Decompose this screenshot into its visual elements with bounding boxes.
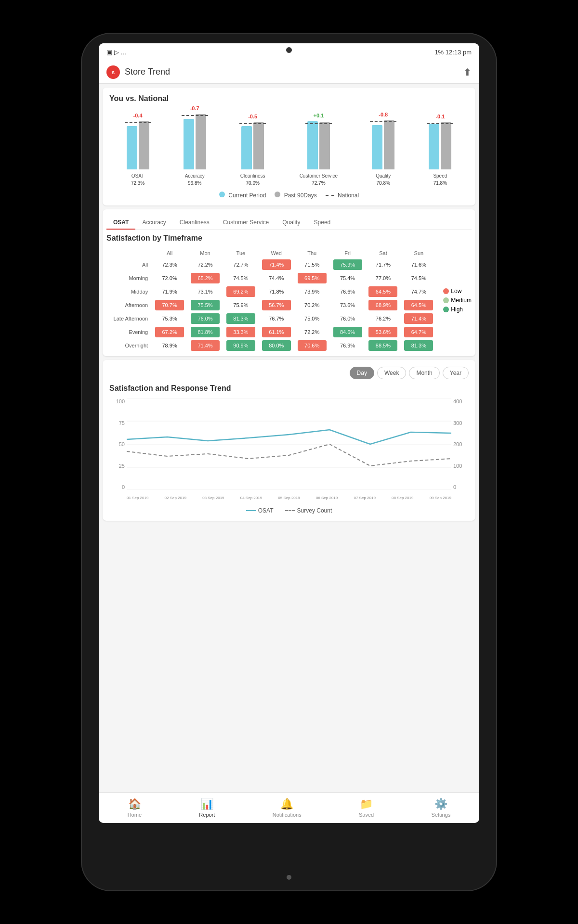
- y-left-label: 25: [119, 463, 125, 469]
- osat-legend-item: OSAT: [246, 507, 274, 514]
- y-right-label: 400: [453, 398, 462, 404]
- nav-item-notifications[interactable]: 🔔Notifications: [273, 798, 302, 818]
- bar-group-accuracy: -0.7Accuracy96.8%: [184, 105, 206, 186]
- heatmap-cell: 70.2%: [294, 298, 330, 312]
- heatmap-cell: 81.8%: [187, 325, 223, 339]
- heatmap-cell: 67.2%: [152, 325, 187, 339]
- gray-bar: [196, 114, 206, 169]
- bottom-nav[interactable]: 🏠Home📊Report🔔Notifications📁Saved⚙️Settin…: [99, 792, 479, 823]
- nav-label-report: Report: [199, 812, 215, 818]
- tab-osat[interactable]: OSAT: [106, 216, 135, 230]
- heatmap-cell: 73.9%: [294, 285, 330, 298]
- tab-speed[interactable]: Speed: [307, 216, 338, 230]
- heatmap-cell: 75.0%: [294, 312, 330, 325]
- nav-item-settings[interactable]: ⚙️Settings: [432, 798, 451, 818]
- blue-bar: [429, 124, 439, 169]
- category-tabs[interactable]: OSATAccuracyCleanlinessCustomer ServiceQ…: [106, 216, 472, 230]
- legend-low: Low: [443, 288, 472, 295]
- camera: [286, 47, 292, 53]
- heatmap-cell: 74.5%: [223, 271, 259, 285]
- status-left-icons: ▣ ▷ …: [106, 49, 127, 56]
- gray-bar: [441, 122, 451, 169]
- heatmap-cell: 61.1%: [259, 325, 294, 339]
- heatmap-cell: 64.7%: [401, 325, 436, 339]
- home-dot[interactable]: [287, 875, 291, 880]
- heatmap-row-label: Evening: [106, 325, 152, 339]
- heatmap-cell: 64.5%: [366, 285, 401, 298]
- time-toggle-group[interactable]: DayWeekMonthYear: [109, 367, 469, 379]
- x-axis-labels: 01 Sep 201902 Sep 201903 Sep 201904 Sep …: [127, 491, 451, 504]
- heatmap-cell: 53.6%: [366, 325, 401, 339]
- heatmap-cell: 76.6%: [330, 285, 366, 298]
- y-left-label: 100: [116, 398, 125, 404]
- tab-accuracy[interactable]: Accuracy: [135, 216, 172, 230]
- heatmap-cell: 71.7%: [366, 258, 401, 271]
- blue-bar: [372, 125, 382, 169]
- heatmap-row: All72.3%72.2%72.7%71.4%71.5%75.9%71.7%71…: [106, 258, 436, 271]
- nav-item-home[interactable]: 🏠Home: [128, 798, 142, 818]
- tab-customer-service[interactable]: Customer Service: [216, 216, 276, 230]
- bar-group-osat: -0.4OSAT72.3%: [127, 113, 149, 186]
- osat-line-icon: [246, 510, 256, 511]
- legend-past-90days: Past 90Days: [275, 192, 316, 199]
- legend-national: National: [326, 192, 359, 199]
- national-line: [182, 115, 208, 116]
- heatmap-cell: 76.0%: [330, 312, 366, 325]
- satisfaction-timeframe-title: Satisfaction by Timeframe: [106, 234, 472, 243]
- y-axis-left: 1007550250: [109, 398, 127, 490]
- y-left-label: 0: [122, 484, 125, 490]
- svg-text:S: S: [112, 70, 115, 75]
- nav-label-saved: Saved: [359, 812, 374, 818]
- heatmap-cell: 72.0%: [152, 271, 187, 285]
- time-toggle-day[interactable]: Day: [350, 367, 374, 379]
- bar-name-label: Accuracy: [185, 173, 205, 179]
- bar-diff-label: -0.5: [248, 114, 257, 119]
- scroll-content[interactable]: You vs. National -0.4OSAT72.3%-0.7Accura…: [99, 84, 479, 792]
- high-label: High: [451, 306, 463, 313]
- bar-value-label: 96.8%: [188, 180, 201, 186]
- trend-chart: 1007550250 4003002001000: [109, 398, 469, 504]
- heatmap-cell: 75.3%: [152, 312, 187, 325]
- time-toggle-month[interactable]: Month: [409, 367, 439, 379]
- gray-bar: [139, 121, 149, 169]
- time-toggle-year[interactable]: Year: [443, 367, 469, 379]
- heatmap-cell: 69.2%: [223, 285, 259, 298]
- time-toggle-week[interactable]: Week: [377, 367, 406, 379]
- screen: ▣ ▷ … 1% 12:13 pm S Store Trend ⬆ You vs…: [99, 43, 479, 823]
- heatmap-col-header: All: [152, 248, 187, 258]
- medium-label: Medium: [451, 297, 472, 304]
- tab-cleanliness[interactable]: Cleanliness: [173, 216, 216, 230]
- x-label: 07 Sep 2019: [354, 496, 375, 500]
- heatmap-cell: 69.5%: [294, 271, 330, 285]
- trend-card: DayWeekMonthYear Satisfaction and Respon…: [103, 360, 475, 521]
- heatmap-cell: 71.4%: [187, 339, 223, 352]
- app-header: S Store Trend ⬆: [99, 61, 479, 84]
- nav-item-saved[interactable]: 📁Saved: [359, 798, 374, 818]
- nav-item-report[interactable]: 📊Report: [199, 798, 215, 818]
- gray-bar: [319, 122, 330, 169]
- bars-row: [372, 120, 394, 169]
- heatmap-cell: 73.6%: [330, 298, 366, 312]
- x-label: 06 Sep 2019: [316, 496, 338, 500]
- heatmap-row-label: Morning: [106, 271, 152, 285]
- x-label: 08 Sep 2019: [392, 496, 413, 500]
- heatmap-cell: 56.7%: [259, 298, 294, 312]
- survey-count-legend-item: Survey Count: [285, 507, 332, 514]
- heatmap-cell: 74.4%: [259, 271, 294, 285]
- heatmap-row-label: Overnight: [106, 339, 152, 352]
- y-right-label: 100: [453, 463, 462, 469]
- x-label: 04 Sep 2019: [240, 496, 262, 500]
- heatmap-cell: 72.2%: [187, 258, 223, 271]
- x-label: 03 Sep 2019: [202, 496, 224, 500]
- heatmap-cell: 74.7%: [401, 285, 436, 298]
- survey-count-legend-label: Survey Count: [297, 507, 332, 514]
- trend-title: Satisfaction and Response Trend: [109, 384, 469, 393]
- tab-quality[interactable]: Quality: [276, 216, 307, 230]
- device-frame: ▣ ▷ … 1% 12:13 pm S Store Trend ⬆ You vs…: [82, 34, 496, 890]
- bar-group-speed: -0.1Speed71.8%: [429, 114, 451, 186]
- heatmap-cell: 72.2%: [294, 325, 330, 339]
- share-button[interactable]: ⬆: [463, 66, 472, 78]
- bar-value-label: 70.0%: [246, 180, 259, 186]
- y-left-label: 50: [119, 441, 125, 447]
- heatmap-cell: 71.4%: [401, 312, 436, 325]
